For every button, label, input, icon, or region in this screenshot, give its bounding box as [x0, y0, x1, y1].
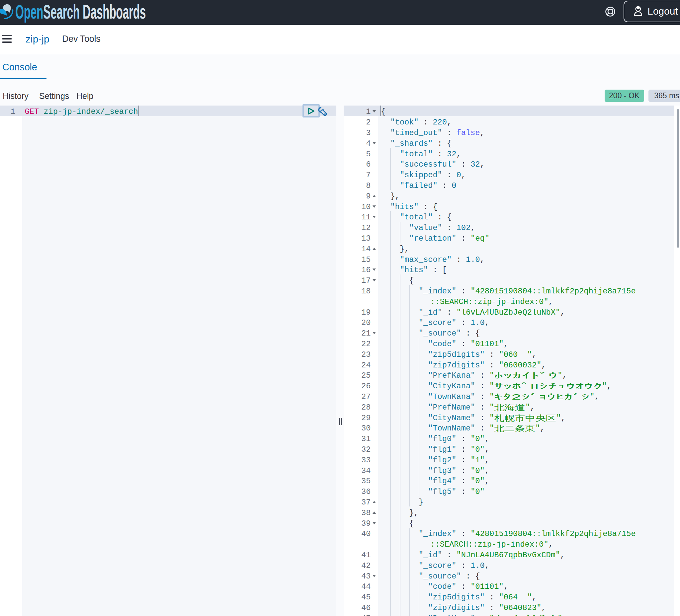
- svg-text:ﾎｯｶｲﾄﾞｳ: ﾎｯｶｲﾄﾞｳ: [494, 372, 558, 381]
- svg-text:ｷﾀ2ｼﾞｮｳﾋｶﾞｼ: ｷﾀ2ｼﾞｮｳﾋｶﾞｼ: [494, 393, 590, 402]
- svg-text:札幌市中央区: 札幌市中央区: [494, 414, 556, 423]
- svg-text:ｻｯﾎﾟﾛｼﾁｭｳｵｳｸ: ｻｯﾎﾟﾛｼﾁｭｳｵｳｸ: [494, 382, 602, 391]
- svg-text:北二条東: 北二条東: [494, 424, 535, 434]
- svg-text:北海道: 北海道: [494, 404, 525, 413]
- svg-text:ﾎｯｶｲﾄﾞｳ: ﾎｯｶｲﾄﾞｳ: [494, 615, 558, 616]
